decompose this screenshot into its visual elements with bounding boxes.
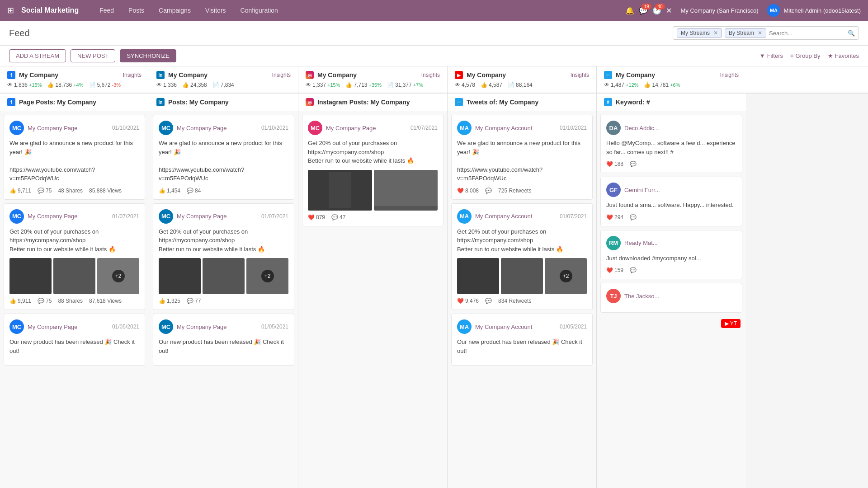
nav-configuration[interactable]: Configuration — [234, 3, 284, 18]
stat-posts-instagram: 📄31,377 +7% — [387, 82, 423, 88]
post-author: RM Ready Mat... — [606, 236, 658, 250]
post-author-name[interactable]: My Company Account — [475, 125, 532, 131]
post-author-name[interactable]: Deco Addic... — [624, 125, 659, 131]
stat-likes: 👍9,711 — [9, 188, 31, 194]
post-author: MC My Company Page — [159, 121, 227, 135]
post-author-name[interactable]: My Company Page — [177, 125, 227, 131]
post-card[interactable]: MC My Company Page 01/05/2021 Our new pr… — [4, 314, 145, 366]
youtube-link-button[interactable]: ▶ YT — [721, 319, 741, 328]
nav-posts[interactable]: Posts — [122, 3, 151, 18]
stream-insights-link-instagram[interactable]: Insights — [421, 72, 440, 78]
post-image-extra: +2 — [246, 258, 288, 294]
close-icon[interactable]: ✕ — [666, 6, 672, 15]
post-text: We are glad to announce a new product fo… — [159, 139, 288, 183]
new-post-button[interactable]: NEW POST — [71, 49, 115, 62]
company-name[interactable]: My Company (San Francisco) — [681, 7, 759, 14]
post-card[interactable]: MA My Company Account 01/05/2021 Our new… — [451, 314, 593, 366]
post-card[interactable]: GF Gemini Furr... Just found a sma... so… — [600, 177, 742, 226]
stream-insights-link-youtube[interactable]: Insights — [571, 72, 589, 78]
post-author-name[interactable]: Gemini Furr... — [624, 187, 660, 193]
stream-insights-link-facebook[interactable]: Insights — [123, 72, 142, 78]
post-stats: ❤️9,476 💬 834 Retweets — [457, 298, 587, 304]
messages-icon[interactable]: 💬 19 — [639, 6, 648, 15]
bell-icon[interactable]: 🔔 — [625, 6, 634, 15]
favorites-button[interactable]: ★ Favorites — [828, 52, 859, 59]
post-author-name[interactable]: My Company Page — [177, 213, 227, 220]
nav-visitors[interactable]: Visitors — [199, 3, 232, 18]
post-date: 01/10/2021 — [112, 125, 139, 131]
group-by-label: Group By — [796, 52, 821, 59]
post-card[interactable]: RM Ready Mat... Just downloaded #mycompa… — [600, 230, 742, 280]
linkedin-icon: in — [156, 71, 165, 79]
post-card[interactable]: MC My Company Page 01/05/2021 Our new pr… — [153, 314, 294, 366]
post-card[interactable]: MC My Company Page 01/10/2021 We are gla… — [153, 115, 294, 200]
post-author-name[interactable]: My Company Page — [177, 324, 227, 330]
post-date: 01/05/2021 — [261, 324, 288, 330]
post-header: MA My Company Account 01/07/2021 — [457, 209, 587, 224]
stat-likes: ❤️8,008 — [457, 188, 479, 194]
post-images: +2 — [9, 258, 139, 294]
star-icon: ★ — [828, 52, 833, 59]
stat-retweets: 725 Retweets — [498, 188, 531, 194]
post-header: MC My Company Page 01/07/2021 — [308, 121, 438, 135]
post-card[interactable]: MA My Company Account 01/07/2021 Get 20%… — [451, 203, 593, 310]
post-card[interactable]: TJ The Jackso... — [600, 283, 742, 313]
stat-views-youtube: 👁4,578 — [455, 82, 475, 88]
post-card[interactable]: MC My Company Page 01/07/2021 Get 20% ou… — [153, 203, 294, 310]
stat-views-twitter: 👁1,487 +12% — [604, 82, 638, 88]
nav-feed[interactable]: Feed — [93, 3, 120, 18]
post-stats: ❤️8,008 💬 725 Retweets — [457, 188, 587, 194]
post-image — [308, 170, 372, 211]
group-by-button[interactable]: ≡ Group By — [790, 52, 821, 59]
post-stats: 👍1,454 💬84 — [159, 188, 288, 194]
post-card[interactable]: DA Deco Addic... Hello @MyComp... softwa… — [600, 115, 742, 173]
post-stats: ❤️294 💬 — [606, 214, 736, 221]
search-icon[interactable]: 🔍 — [848, 30, 855, 37]
extra-images-badge: +2 — [560, 270, 572, 282]
stream-header-instagram: ◎ My Company Insights 👁1,337 +15% 👍7,713… — [298, 66, 448, 93]
post-author-name[interactable]: My Company Page — [326, 125, 376, 131]
extra-images-badge: +2 — [112, 270, 125, 282]
post-author-name[interactable]: My Company Account — [475, 324, 532, 330]
filter-by-stream-remove[interactable]: ✕ — [758, 30, 762, 36]
post-header: MC My Company Page 01/05/2021 — [9, 319, 139, 334]
search-input[interactable] — [769, 30, 845, 37]
post-avatar: MC — [9, 209, 24, 224]
synchronize-button[interactable]: SYNCHRONIZE — [120, 49, 176, 62]
post-author-name[interactable]: My Company Page — [28, 213, 78, 220]
stat-views-facebook: 👁1,836 +15% — [7, 82, 42, 88]
post-image — [159, 258, 201, 294]
add-stream-button[interactable]: ADD A STREAM — [9, 49, 66, 62]
post-author-name[interactable]: My Company Account — [475, 213, 532, 220]
post-author-name[interactable]: The Jackso... — [624, 293, 659, 300]
post-card[interactable]: MA My Company Account 01/10/2021 We are … — [451, 115, 593, 200]
filter-by-stream[interactable]: By Stream ✕ — [725, 28, 766, 38]
post-card[interactable]: MC My Company Page 01/10/2021 We are gla… — [4, 115, 145, 200]
post-avatar: MA — [457, 319, 472, 334]
nav-campaigns[interactable]: Campaigns — [152, 3, 197, 18]
feed-col-instagram: ◎ Instagram Posts: My Company MC My Comp… — [298, 94, 448, 488]
stream-insights-link-linkedin[interactable]: Insights — [272, 72, 291, 78]
post-card[interactable]: MC My Company Page 01/07/2021 Get 20% ou… — [302, 115, 443, 226]
stat-comments: 💬 — [630, 214, 637, 221]
post-image — [203, 258, 245, 294]
post-author-name[interactable]: My Company Page — [28, 324, 78, 330]
filter-my-streams-remove[interactable]: ✕ — [713, 30, 718, 36]
youtube-icon: ▶ — [455, 71, 463, 79]
filter-my-streams[interactable]: My Streams ✕ — [677, 28, 722, 38]
filters-button[interactable]: ▼ Filters — [760, 52, 783, 59]
stream-insights-link-twitter[interactable]: Insights — [720, 72, 739, 78]
post-card[interactable]: MC My Company Page 01/07/2021 Get 20% ou… — [4, 203, 145, 310]
grid-icon[interactable]: ⊞ — [7, 5, 14, 15]
stat-comments: 💬 — [630, 161, 637, 167]
filter-by-stream-label: By Stream — [729, 30, 754, 36]
streams-stats-header: f My Company Insights 👁1,836 +15% 👍18,73… — [0, 66, 868, 94]
post-author-name[interactable]: My Company Page — [28, 125, 78, 131]
stat-comments: 💬75 — [38, 188, 52, 194]
activity-icon[interactable]: 🕐 40 — [652, 6, 661, 15]
user-menu[interactable]: MA Mitchell Admin (odoo15latest) — [767, 4, 861, 17]
post-images: +2 — [457, 258, 587, 294]
post-text: Just found a sma... software. Happy... i… — [606, 201, 736, 210]
col-title-youtube: 🐦 Tweets of: My Company — [448, 94, 596, 111]
post-author-name[interactable]: Ready Mat... — [624, 239, 658, 246]
